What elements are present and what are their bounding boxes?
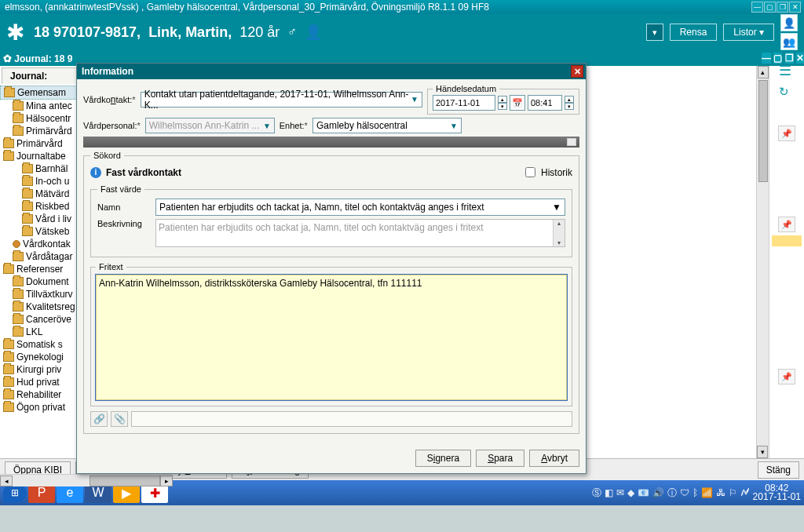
folder-icon [3, 365, 14, 374]
maximize-icon[interactable]: ❐ [777, 2, 788, 13]
taskbar-clock[interactable]: 08:42 2017-11-01 [753, 484, 801, 501]
folder-icon [22, 227, 33, 236]
folder-icon [3, 264, 14, 274]
vertical-scrollbar[interactable]: ▴ ▾ [756, 66, 769, 458]
date-input[interactable] [433, 95, 495, 111]
vardpersonal-label: Vårdpersonal: [83, 121, 141, 130]
volume-icon[interactable]: 🔊 [652, 487, 664, 498]
skype-icon[interactable]: Ⓢ [592, 486, 601, 500]
right-tools: ☰ ↻ 📌 📌 📌 [769, 66, 804, 458]
calendar-icon[interactable]: 📅 [510, 95, 525, 111]
tree-label: Referenser [16, 264, 63, 275]
namn-value: Patienten har erbjudits och tackat ja, N… [159, 202, 484, 213]
spara-button[interactable]: Spara [476, 450, 524, 467]
vardkontakt-combo[interactable]: Kontakt utan patientdeltagande, 2017-11-… [141, 92, 422, 107]
tray-icon[interactable]: ⓘ [667, 486, 677, 500]
tree-label: Canceröve [26, 314, 71, 325]
sokord-fieldset: Sökord i Fast vårdkontakt Historik Fast … [83, 151, 579, 434]
folder-icon [22, 164, 33, 173]
chevron-down-icon: ▼ [450, 122, 458, 130]
signera-button[interactable]: Signera [415, 450, 471, 467]
network-icon[interactable]: 🖧 [716, 487, 725, 498]
folder-icon [13, 101, 24, 111]
battery-icon[interactable]: 🗲 [740, 487, 750, 498]
folder-icon [13, 302, 24, 312]
fast-varde-legend: Fast värde [97, 184, 144, 194]
gear-icon: ✿ [3, 53, 12, 64]
tree-label: Dokument [26, 276, 69, 287]
link-icon[interactable]: 🔗 [90, 411, 108, 427]
mail-icon[interactable]: ✉ [616, 487, 624, 498]
listor-button[interactable]: Listor ▾ [723, 24, 774, 41]
pin-icon[interactable]: 📌 [778, 369, 795, 384]
bluetooth-icon[interactable]: ᛒ [693, 487, 698, 498]
folder-icon [3, 403, 14, 412]
tree-label: LKL [26, 326, 42, 337]
expand-icon[interactable] [567, 138, 576, 146]
shield-icon[interactable]: 🛡 [680, 487, 689, 498]
historik-check-input[interactable] [525, 167, 535, 177]
window-titlebar: elmsson, (annkatrinwtestPVssk) , Gamleby… [0, 0, 804, 14]
tree-label: Rehabiliter [16, 389, 61, 400]
folder-icon [3, 377, 14, 387]
user-icon[interactable]: 👤 [780, 14, 798, 31]
vardkontakt-label: Vårdkontakt: [83, 94, 136, 105]
folder-icon [22, 177, 33, 186]
pin-icon[interactable]: 📌 [778, 217, 795, 232]
sub-restore-icon[interactable]: ▢ [773, 53, 782, 64]
dropdown-menu-button[interactable]: ▾ [646, 24, 663, 41]
sub-maximize-icon[interactable]: ❐ [785, 53, 794, 64]
info-icon: i [90, 167, 101, 178]
patient-name: Link, Martin, [148, 24, 232, 41]
chevron-down-icon: ▼ [552, 202, 561, 213]
tree-label: Tillväxtkurv [26, 289, 73, 300]
silhouette-icon: 👤 [305, 24, 322, 41]
handelsedatum-label: Händelsedatum [433, 84, 499, 93]
flag-icon[interactable]: ⚐ [729, 487, 737, 498]
close-icon[interactable]: ✕ [789, 2, 801, 13]
users-icon[interactable]: 👥 [780, 33, 798, 50]
historik-checkbox[interactable]: Historik [522, 165, 572, 180]
sub-close-icon[interactable]: ✕ [796, 53, 804, 64]
dialog-close-icon[interactable]: ✕ [571, 65, 583, 78]
folder-icon [13, 114, 24, 123]
pin-icon[interactable]: 📌 [778, 126, 795, 141]
tray-icon[interactable]: ◧ [605, 487, 613, 498]
gender-icon: ♂ [287, 25, 297, 39]
time-input[interactable] [528, 95, 562, 111]
namn-label: Namn [97, 202, 151, 212]
tree-label: Riskbed [35, 201, 69, 212]
sub-minimize-icon[interactable]: — [762, 53, 771, 64]
vardpersonal-combo: Wilhelmsson Ann-Katrin ... ▼ [145, 118, 275, 133]
enhet-value: Gamleby hälsocentral [316, 120, 407, 131]
tree-label: Vårdkontak [23, 239, 71, 250]
paperclip-icon[interactable]: 📎 [111, 411, 128, 427]
minimize-icon[interactable]: — [751, 2, 763, 13]
tree-label: Primärvård [26, 126, 72, 137]
hamburger-icon[interactable]: ☰ [779, 69, 795, 82]
enhet-combo[interactable]: Gamleby hälsocentral ▼ [312, 118, 462, 133]
namn-combo[interactable]: Patienten har erbjudits och tackat ja, N… [155, 199, 565, 216]
restore-icon[interactable]: ▢ [764, 2, 776, 13]
dialog-title: Information [82, 66, 133, 77]
outlook-icon[interactable]: 📧 [638, 487, 649, 498]
tree-label: Somatisk s [16, 339, 63, 350]
journal-header-title: Journal: 18 9 [14, 53, 72, 64]
tree-label: Kvalitetsreg [26, 301, 75, 312]
attachment-field[interactable] [131, 411, 572, 427]
avbryt-button[interactable]: Avbryt [529, 450, 579, 467]
fritext-textarea[interactable] [96, 275, 567, 400]
beskrivning-textarea[interactable]: Patienten har erbjudits och tackat ja, N… [155, 219, 565, 247]
history-icon[interactable]: ↻ [779, 85, 795, 100]
tree-label: Journaltabe [16, 151, 66, 162]
beskrivning-label: Beskrivning [97, 219, 151, 228]
rensa-button[interactable]: Rensa [670, 24, 718, 41]
tree-hscroll[interactable]: ◂▸ [0, 474, 173, 486]
wifi-icon[interactable]: 📶 [701, 487, 713, 498]
tray-icon[interactable]: ◆ [627, 487, 634, 498]
tree-label: Mina antec [26, 100, 72, 111]
stang-button[interactable]: Stäng [758, 461, 799, 479]
enhet-label: Enhet: [280, 121, 308, 130]
window-controls: — ▢ ❐ ✕ [751, 2, 801, 13]
folder-icon [13, 327, 24, 337]
